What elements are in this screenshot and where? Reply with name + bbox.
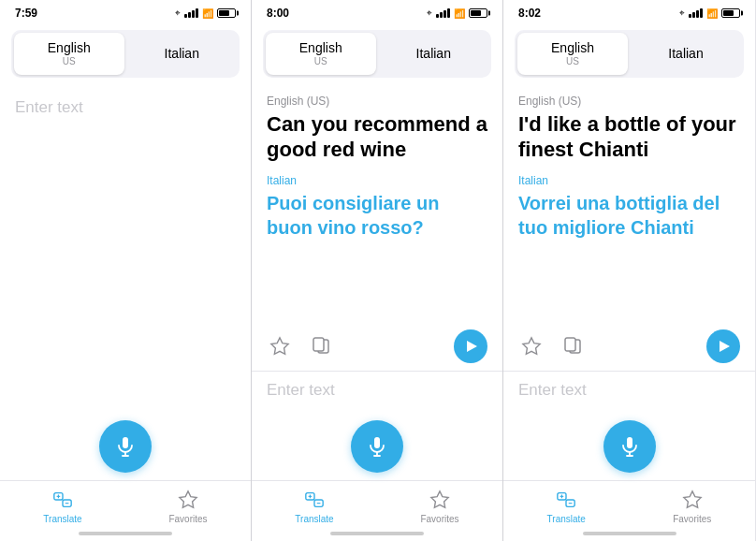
- signal-bar-4: [196, 8, 198, 18]
- home-indicator-1: [0, 528, 251, 541]
- enter-text-area-3: Enter text: [503, 371, 755, 409]
- svg-rect-11: [313, 338, 324, 351]
- location-icon-3: ⌖: [679, 7, 685, 19]
- action-row-3: [518, 322, 740, 371]
- tab-favorites-1[interactable]: Favorites: [125, 489, 251, 524]
- action-row-2: [267, 322, 487, 371]
- tab-bar-2: Translate Favorites: [252, 480, 502, 528]
- tab-bar-3: Translate Favorites: [503, 480, 755, 528]
- language-selector-2: English US Italian: [263, 30, 491, 78]
- mic-container-2: [252, 409, 502, 480]
- star-icon-2: [269, 336, 290, 357]
- translate-tab-icon-1: [51, 489, 74, 511]
- home-bar-3: [583, 532, 676, 535]
- copy-action-btn-2[interactable]: [308, 333, 334, 359]
- tab-translate-1[interactable]: Translate: [0, 489, 125, 524]
- mic-button-1[interactable]: [99, 420, 152, 473]
- status-time-1: 7:59: [15, 7, 37, 20]
- signal-bars-1: [184, 8, 198, 18]
- mic-button-2[interactable]: [351, 420, 403, 473]
- source-text-3: I'd like a bottle of your finest Chianti: [518, 111, 740, 163]
- svg-rect-24: [627, 437, 632, 448]
- lang-italian-label-2: Italian: [416, 46, 451, 61]
- battery-icon-3: [721, 8, 740, 18]
- star-action-btn-3[interactable]: [518, 333, 545, 359]
- translate-icon-svg-2: [304, 490, 325, 510]
- status-time-2: 8:00: [267, 7, 289, 20]
- status-icons-3: ⌖ 📶: [679, 7, 740, 19]
- tab-favorites-label-2: Favorites: [420, 514, 458, 524]
- star-icon-svg-tab-1: [178, 490, 198, 510]
- svg-rect-0: [123, 437, 128, 448]
- mic-icon-1: [114, 435, 137, 458]
- phone-3: 8:02 ⌖ 📶 English US It: [503, 0, 755, 541]
- status-bar-3: 8:02 ⌖ 📶: [503, 0, 755, 24]
- star-action-btn-2[interactable]: [267, 333, 293, 359]
- play-btn-2[interactable]: [454, 329, 487, 363]
- battery-fill-2: [471, 10, 481, 16]
- tab-translate-3[interactable]: Translate: [503, 489, 630, 524]
- home-indicator-3: [503, 528, 755, 541]
- tab-translate-label-2: Translate: [295, 514, 333, 524]
- lang-english-btn-1[interactable]: English US: [14, 33, 124, 75]
- tab-favorites-label-1: Favorites: [168, 514, 207, 524]
- phone-1: 7:59 ⌖ 📶 English US It: [0, 0, 252, 541]
- play-btn-3[interactable]: [706, 329, 740, 363]
- main-content-2: English (US) Can you recommend a good re…: [252, 83, 502, 322]
- svg-rect-12: [374, 437, 380, 448]
- tab-translate-2[interactable]: Translate: [252, 489, 377, 524]
- phone-2: 8:00 ⌖ 📶 English US It: [252, 0, 503, 541]
- source-text-2: Can you recommend a good red wine: [267, 111, 487, 163]
- svg-rect-23: [565, 338, 575, 351]
- language-selector-3: English US Italian: [515, 30, 744, 78]
- lang-english-btn-3[interactable]: English US: [517, 33, 628, 75]
- lang-italian-btn-3[interactable]: Italian: [631, 33, 741, 75]
- translate-icon-svg-1: [52, 490, 73, 510]
- status-icons-2: ⌖ 📶: [427, 7, 487, 19]
- mic-container-3: [503, 409, 755, 480]
- signal-bar-2: [188, 12, 191, 18]
- home-bar-1: [79, 532, 172, 535]
- home-bar-2: [330, 532, 424, 535]
- source-lang-label-3: English (US): [518, 95, 740, 108]
- lang-english-sub-3: US: [521, 56, 624, 67]
- translated-text-2: Puoi consigliare un buon vino rosso?: [267, 191, 487, 240]
- favorites-tab-icon-3: [681, 489, 704, 511]
- star-icon-svg-tab-3: [682, 490, 703, 510]
- star-icon-svg-tab-2: [429, 490, 450, 510]
- lang-english-sub-1: US: [18, 56, 121, 67]
- battery-fill-3: [723, 10, 734, 16]
- battery-icon-1: [217, 8, 236, 18]
- main-content-1: Enter text: [0, 83, 251, 409]
- lang-italian-btn-1[interactable]: Italian: [127, 33, 238, 75]
- signal-bars-2: [436, 8, 450, 18]
- enter-text-placeholder-2: Enter text: [267, 381, 335, 399]
- svg-marker-20: [431, 491, 448, 507]
- signal-bar-3: [192, 10, 195, 18]
- lang-english-btn-2[interactable]: English US: [266, 33, 376, 75]
- home-indicator-2: [252, 528, 502, 541]
- signal-bars-3: [689, 8, 703, 18]
- translate-tab-icon-2: [303, 489, 326, 511]
- battery-fill-1: [219, 10, 229, 16]
- favorites-tab-icon-1: [177, 489, 199, 511]
- copy-action-btn-3[interactable]: [560, 333, 586, 359]
- enter-text-area-2: Enter text: [252, 371, 502, 409]
- tab-translate-label-1: Translate: [43, 514, 81, 524]
- mic-button-3[interactable]: [603, 420, 656, 473]
- location-icon-2: ⌖: [427, 7, 432, 19]
- lang-italian-label-3: Italian: [668, 46, 703, 61]
- status-bar-2: 8:00 ⌖ 📶: [252, 0, 502, 24]
- empty-text-1: Enter text: [15, 98, 236, 117]
- main-content-3: English (US) I'd like a bottle of your f…: [503, 83, 755, 322]
- tab-favorites-3[interactable]: Favorites: [630, 489, 756, 524]
- lang-italian-btn-2[interactable]: Italian: [379, 33, 489, 75]
- copy-icon-3: [563, 336, 582, 357]
- wifi-icon-2: 📶: [454, 8, 465, 19]
- translated-lang-label-3: Italian: [518, 174, 740, 187]
- tab-favorites-2[interactable]: Favorites: [377, 489, 502, 524]
- tab-bar-1: Translate Favorites: [0, 480, 251, 528]
- translation-block-3: English (US) I'd like a bottle of your f…: [518, 95, 740, 240]
- enter-text-placeholder-3: Enter text: [518, 381, 587, 399]
- language-selector-1: English US Italian: [11, 30, 240, 78]
